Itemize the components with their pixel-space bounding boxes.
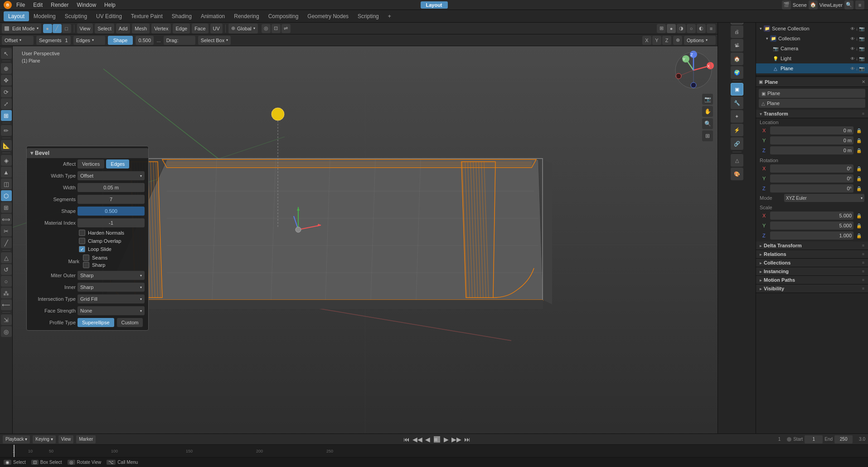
navigation-gizmo[interactable]: X Y Z [673, 50, 714, 91]
scene-props-btn[interactable]: 🏠 [731, 53, 743, 65]
world-props-btn[interactable]: 🌍 [731, 66, 743, 79]
constraints-props-btn[interactable]: 🔗 [731, 137, 743, 150]
scale-x-lock[interactable]: 🔒 [856, 213, 862, 218]
viewport-shading-solid[interactable]: ● [667, 24, 676, 33]
tab-layout[interactable]: Layout [4, 11, 29, 21]
shape-active-button[interactable]: Shape [108, 36, 133, 45]
edges-button[interactable]: Edges [106, 159, 129, 169]
particles-props-btn[interactable]: ✦ [731, 110, 743, 123]
light-row[interactable]: 💡 Light 👁 ↓ 📷 [756, 53, 868, 63]
viewport-shading-rendered[interactable]: ○ [687, 24, 696, 33]
scene-vis-render[interactable]: 📷 [859, 26, 864, 31]
loc-x-lock[interactable]: 🔒 [856, 128, 862, 133]
view-grid-btn[interactable]: ⊞ [702, 130, 713, 141]
inset-tool[interactable]: ◫ [1, 178, 12, 189]
select-tool[interactable]: ↖ [1, 48, 12, 59]
light-vis-sel[interactable]: ↓ [856, 56, 858, 61]
shear-tool[interactable]: ⇲ [1, 314, 12, 325]
edge-menu[interactable]: Edge [173, 24, 190, 34]
rotation-mode-dropdown[interactable]: XYZ Euler ▾ [784, 194, 864, 202]
spin-tool[interactable]: ↺ [1, 264, 12, 275]
loc-y-lock[interactable]: 🔒 [856, 138, 862, 143]
z-constraint[interactable]: Z [662, 36, 671, 45]
plane-vis-sel[interactable]: ↓ [856, 66, 858, 71]
transform-section[interactable]: ▾ Transform ≡ [756, 110, 868, 118]
annotate-tool[interactable]: ✏ [1, 125, 12, 136]
proportional-icon[interactable]: ◎ [262, 24, 271, 33]
edge-select-icon[interactable]: ╱ [53, 24, 62, 33]
view-dropdown[interactable]: View [58, 435, 74, 443]
bevel-panel-header[interactable]: ▾ Bevel [27, 148, 148, 158]
scale-z-value[interactable]: 1.000 [770, 231, 853, 240]
plane-vis-render[interactable]: 📷 [859, 66, 864, 71]
loc-z-lock[interactable]: 🔒 [856, 148, 862, 153]
face-select-icon[interactable]: □ [62, 24, 71, 33]
knife-tool[interactable]: ✂ [1, 226, 12, 236]
intersection-type-dropdown[interactable]: Grid Fill ▾ [78, 294, 145, 303]
miter-outer-dropdown[interactable]: Sharp ▾ [78, 271, 145, 280]
prev-keyframe-btn[interactable]: ◀◀ [412, 436, 422, 443]
props-close[interactable]: ✕ [862, 79, 865, 84]
viewport-shading-material[interactable]: ◑ [677, 24, 686, 33]
width-value[interactable]: 0.05 m [78, 183, 145, 192]
tab-sculpting[interactable]: Sculpting [60, 11, 92, 21]
end-frame-input[interactable]: 250 [834, 435, 853, 443]
drag-dropdown[interactable]: Drag: [164, 36, 195, 45]
poly-build-tool[interactable]: △ [1, 252, 12, 263]
rotate-tool[interactable]: ⟳ [1, 87, 12, 97]
cam-vis-render[interactable]: 📷 [859, 46, 864, 51]
scene-icon[interactable]: 🏠 [809, 0, 818, 10]
view-menu[interactable]: View [77, 24, 93, 34]
light-vis-render[interactable]: 📷 [859, 56, 864, 61]
tab-uv-editing[interactable]: UV Editing [92, 11, 126, 21]
play-reverse-btn[interactable]: ◀ [425, 436, 430, 443]
plane-vis-eye[interactable]: 👁 [850, 66, 855, 71]
tab-shading[interactable]: Shading [167, 11, 196, 21]
options-dropdown[interactable]: Options ▾ [684, 36, 716, 45]
face-strength-dropdown[interactable]: None ▾ [78, 306, 145, 315]
scale-z-lock[interactable]: 🔒 [856, 233, 862, 238]
superellipse-button[interactable]: Superellipse [78, 318, 114, 327]
play-btn[interactable]: ▶ [444, 436, 449, 443]
loop-slide-checkbox[interactable]: ✓ [79, 246, 85, 252]
collections-section[interactable]: ▸ Collections ≡ [756, 259, 868, 267]
tab-add[interactable]: + [383, 11, 396, 21]
edit-menu[interactable]: Edit [29, 1, 46, 9]
help-menu[interactable]: Help [101, 1, 119, 9]
stop-btn[interactable]: ■ [434, 436, 440, 443]
tab-texture-paint[interactable]: Texture Paint [126, 11, 167, 21]
viewport-shading-eevee[interactable]: ◐ [697, 24, 706, 33]
search-icon[interactable]: 🔍 [844, 0, 853, 10]
keying-dropdown[interactable]: Keying ▾ [33, 435, 55, 443]
jump-end-btn[interactable]: ⏭ [464, 436, 470, 443]
collection-row[interactable]: ▾ 📁 Collection 👁 ↓ 📷 [756, 34, 868, 43]
xy-constraint[interactable]: X [642, 36, 651, 45]
output-props-btn[interactable]: 🖨 [731, 25, 743, 38]
render-engine-icon[interactable]: 🎬 [782, 0, 791, 10]
loop-cut-tool[interactable]: ⊞ [1, 202, 12, 213]
scale-tool[interactable]: ⤢ [1, 98, 12, 109]
render-menu[interactable]: Render [47, 1, 72, 9]
snap-icon[interactable]: ⊡ [272, 24, 281, 33]
material-props-btn[interactable]: 🎨 [731, 168, 743, 180]
light-vis-eye[interactable]: 👁 [850, 56, 855, 61]
material-index-value[interactable]: -1 [78, 218, 145, 227]
rot-y-value[interactable]: 0° [770, 174, 853, 183]
seams-checkbox[interactable] [83, 255, 89, 261]
rot-x-value[interactable]: 0° [770, 164, 853, 173]
vertex-select-icon[interactable]: ● [43, 24, 52, 33]
coll-vis-render[interactable]: 📷 [859, 36, 864, 41]
scene-collection-row[interactable]: ▾ 📁 Scene Collection 👁 ↓ 📷 [756, 24, 868, 34]
loc-z-value[interactable]: 0 m [770, 146, 853, 154]
view-camera-btn[interactable]: 📷 [702, 94, 713, 105]
shape-value-panel[interactable]: 0.500 [78, 207, 145, 216]
visibility-section[interactable]: ▸ Visibility ≡ [756, 284, 868, 293]
move-tool[interactable]: ✥ [1, 75, 12, 86]
transform-tool[interactable]: ⊞ [1, 110, 12, 121]
scene-vis-eye[interactable]: 👁 [850, 26, 855, 31]
layout-tab-active[interactable]: Layout [420, 1, 447, 9]
next-keyframe-btn[interactable]: ▶▶ [451, 436, 461, 443]
bisect-tool[interactable]: ╱ [1, 237, 12, 248]
extrude-tool[interactable]: ▲ [1, 167, 12, 178]
cam-vis-sel[interactable]: ↓ [856, 46, 858, 51]
